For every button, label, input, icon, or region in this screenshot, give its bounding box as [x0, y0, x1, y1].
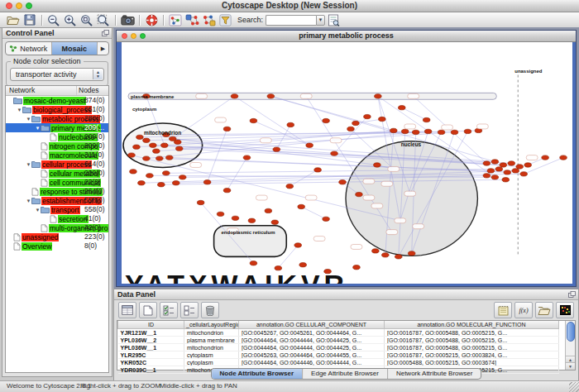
graph-node[interactable]	[347, 127, 355, 131]
graph-node[interactable]	[298, 204, 305, 208]
tree-row[interactable]: nucleobase-209(0)	[6, 132, 108, 141]
tree-row[interactable]: multi-organism pro42(0)	[6, 223, 108, 232]
graph-node[interactable]	[542, 155, 549, 160]
graph-node[interactable]	[128, 153, 136, 157]
minimize-button[interactable]	[16, 2, 22, 9]
graph-node[interactable]	[166, 155, 174, 160]
graph-node[interactable]	[483, 161, 490, 165]
graph-node[interactable]	[374, 163, 381, 167]
float-panel-icon[interactable]	[568, 291, 576, 299]
graph-node[interactable]	[146, 174, 154, 178]
graph-node[interactable]	[287, 122, 294, 127]
table-cell[interactable]: cytoplasm	[184, 359, 239, 366]
graph-node[interactable]	[516, 165, 524, 169]
graph-edge[interactable]	[208, 129, 227, 182]
graph-node[interactable]	[250, 261, 257, 265]
graph-node[interactable]	[424, 129, 432, 133]
graph-node[interactable]	[438, 130, 445, 134]
snapshot-button[interactable]	[119, 13, 136, 26]
expand-arrow-icon[interactable]: ▼	[26, 117, 31, 122]
tree-row[interactable]: nitrogen compo209(0)	[6, 141, 108, 151]
graph-edge[interactable]	[179, 131, 394, 149]
tree-row[interactable]: ▼establishment of lo558(0)	[6, 196, 108, 205]
graph-node[interactable]	[217, 212, 224, 216]
graph-edge[interactable]	[402, 108, 427, 120]
tab-network-attribute-browser[interactable]: Network Attribute Browser	[388, 369, 481, 379]
graph-node[interactable]	[500, 163, 507, 167]
graph-node[interactable]	[364, 114, 371, 118]
tree-row[interactable]: cellular metabol209(0)	[6, 169, 108, 178]
graph-node[interactable]	[339, 180, 347, 184]
attribute-matrix-button[interactable]	[556, 302, 574, 318]
tree-row[interactable]: Overview8(0)	[6, 241, 108, 251]
node-color-dropdown[interactable]: transporter activity ▲▼	[10, 68, 104, 81]
new-attribute-button[interactable]	[139, 302, 157, 318]
graph-node[interactable]	[179, 175, 186, 179]
import-attributes-button[interactable]	[535, 302, 553, 318]
graph-node[interactable]	[143, 156, 151, 160]
graph-node[interactable]	[395, 255, 402, 259]
tree-row[interactable]: response to stimulu264(0)	[6, 187, 108, 196]
graph-node[interactable]	[372, 249, 380, 253]
tree-row[interactable]: macromolecule311(0)	[6, 151, 108, 160]
graph-node[interactable]	[265, 208, 272, 213]
table-cell[interactable]: [GO:0005488, GO:0005215, GO:0003674]	[385, 359, 559, 366]
table-cell[interactable]: cytoplasm	[184, 351, 239, 359]
tree-column-nodes[interactable]: Nodes	[77, 86, 108, 95]
table-cell[interactable]: [GO:0016787, GO:0005488, GO:0005215, G..…	[385, 329, 559, 337]
network-canvas[interactable]: plasma membrane cytoplasm mitochondrion …	[122, 42, 572, 284]
table-column-header[interactable]: annotation.GO MOLECULAR_FUNCTION	[385, 321, 559, 329]
graph-node[interactable]	[382, 253, 390, 257]
graph-edge[interactable]	[234, 96, 309, 145]
graph-node[interactable]	[286, 184, 294, 189]
table-cell[interactable]: mitochondrion	[184, 329, 239, 337]
table-column-header[interactable]: _cellularLayoutRegion	[184, 321, 239, 329]
vizmapper-button-1[interactable]	[184, 13, 200, 26]
zoom-window-button[interactable]	[26, 2, 32, 9]
attribute-editor-button[interactable]	[494, 302, 512, 318]
vizmapper-button-2[interactable]	[200, 13, 217, 26]
tree-row[interactable]: secretion41(0)	[6, 214, 108, 223]
zoom-selected-button[interactable]	[95, 13, 112, 26]
graph-node[interactable]	[294, 243, 302, 247]
filter-button[interactable]	[217, 13, 233, 26]
table-cell[interactable]: [GO:0044464, GO:0044444, GO:0044425, G..…	[239, 337, 385, 344]
network-overview-button[interactable]	[167, 13, 184, 26]
attribute-grid-button[interactable]	[118, 302, 136, 318]
graph-node[interactable]	[483, 174, 490, 178]
graph-node[interactable]	[390, 128, 398, 132]
table-column-header[interactable]: ID	[118, 321, 184, 329]
close-button[interactable]	[6, 2, 12, 9]
graph-node[interactable]	[299, 263, 307, 267]
graph-node[interactable]	[273, 147, 280, 151]
table-cell[interactable]: [GO:0045267, GO:0045261, GO:0044464, G..…	[239, 329, 385, 337]
expand-arrow-icon[interactable]: ▼	[26, 162, 31, 167]
open-file-button[interactable]	[5, 13, 22, 26]
graph-node[interactable]	[231, 94, 238, 98]
zoom-in-button[interactable]	[62, 13, 79, 26]
frame-minimize-button[interactable]	[131, 33, 136, 39]
tab-edge-attribute-browser[interactable]: Edge Attribute Browser	[303, 369, 388, 379]
graph-edge[interactable]	[227, 158, 247, 191]
graph-node[interactable]	[136, 135, 144, 139]
graph-node[interactable]	[153, 149, 160, 153]
graph-node[interactable]	[502, 178, 510, 182]
function-builder-button[interactable]: f(x)	[514, 302, 533, 318]
graph-node[interactable]	[156, 156, 164, 160]
table-cell[interactable]: YJR121W__1	[118, 329, 184, 337]
zoom-fit-button[interactable]	[79, 13, 95, 26]
float-panel-icon[interactable]	[102, 30, 109, 38]
scrollbar-thumb[interactable]	[567, 322, 575, 342]
resize-grip-icon[interactable]	[569, 382, 579, 392]
graph-node[interactable]	[143, 138, 151, 142]
graph-node[interactable]	[161, 143, 169, 147]
graph-node[interactable]	[379, 117, 386, 121]
zoom-out-button[interactable]	[45, 13, 62, 26]
graph-node[interactable]	[158, 183, 165, 187]
graph-node[interactable]	[138, 181, 146, 185]
graph-edge[interactable]	[301, 207, 326, 219]
table-cell[interactable]: [GO:0016787, GO:0005488, GO:0005215, G..…	[385, 337, 559, 344]
tree-row[interactable]: ▼metabolic process280(0)	[6, 114, 108, 123]
expand-arrow-icon[interactable]: ▼	[17, 108, 22, 112]
graph-edge[interactable]	[166, 132, 442, 135]
